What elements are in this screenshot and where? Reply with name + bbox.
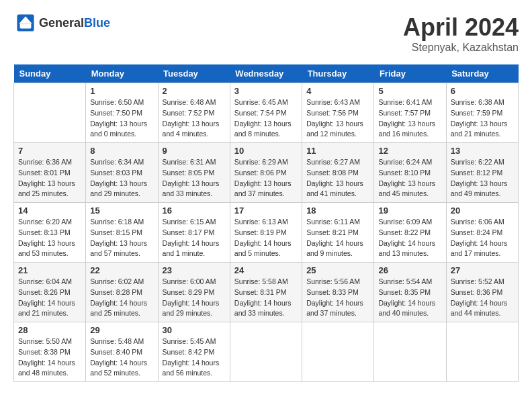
day-info: Sunrise: 5:48 AMSunset: 8:40 PMDaylight:… [90,336,153,379]
day-info: Sunrise: 5:52 AMSunset: 8:36 PMDaylight:… [451,277,514,319]
location-title: Stepnyak, Kazakhstan [403,42,519,54]
week-row-4: 21Sunrise: 6:04 AMSunset: 8:26 PMDayligh… [14,263,519,322]
calendar-table: SundayMondayTuesdayWednesdayThursdayFrid… [13,64,519,382]
day-info: Sunrise: 6:00 AMSunset: 8:29 PMDaylight:… [163,277,226,319]
header-cell-tuesday: Tuesday [158,64,230,83]
day-cell: 9Sunrise: 6:31 AMSunset: 8:05 PMDaylight… [158,143,230,203]
day-number: 15 [90,205,153,216]
day-info: Sunrise: 6:13 AMSunset: 8:19 PMDaylight:… [234,217,298,259]
day-cell: 22Sunrise: 6:02 AMSunset: 8:28 PMDayligh… [86,263,158,322]
day-cell: 26Sunrise: 5:54 AMSunset: 8:35 PMDayligh… [374,263,446,322]
day-cell: 23Sunrise: 6:00 AMSunset: 8:29 PMDayligh… [158,263,230,322]
page-header: GeneralBlue April 2024 Stepnyak, Kazakhs… [13,13,519,54]
day-cell [14,83,86,143]
logo-icon [16,13,35,32]
day-cell: 2Sunrise: 6:48 AMSunset: 7:52 PMDaylight… [158,83,230,143]
header-cell-friday: Friday [374,64,446,83]
week-row-1: 1Sunrise: 6:50 AMSunset: 7:50 PMDaylight… [14,83,519,143]
day-number: 12 [378,146,441,156]
week-row-3: 14Sunrise: 6:20 AMSunset: 8:13 PMDayligh… [14,203,519,263]
day-number: 26 [378,265,441,275]
day-number: 4 [306,86,369,96]
day-info: Sunrise: 6:29 AMSunset: 8:06 PMDaylight:… [234,157,298,199]
day-cell: 30Sunrise: 5:45 AMSunset: 8:42 PMDayligh… [158,322,230,382]
day-number: 1 [90,86,153,96]
day-info: Sunrise: 5:54 AMSunset: 8:35 PMDaylight:… [378,277,441,319]
day-cell: 14Sunrise: 6:20 AMSunset: 8:13 PMDayligh… [14,203,86,263]
day-cell: 27Sunrise: 5:52 AMSunset: 8:36 PMDayligh… [446,263,518,322]
day-cell: 24Sunrise: 5:58 AMSunset: 8:31 PMDayligh… [230,263,302,322]
day-cell: 18Sunrise: 6:11 AMSunset: 8:21 PMDayligh… [302,203,374,263]
day-cell [230,322,302,382]
day-number: 19 [378,205,441,216]
day-cell: 4Sunrise: 6:43 AMSunset: 7:56 PMDaylight… [302,83,374,143]
header-cell-thursday: Thursday [302,64,374,83]
day-number: 29 [90,325,153,335]
logo-blue: Blue [84,16,110,30]
day-number: 17 [234,205,298,216]
month-title: April 2024 [403,13,519,42]
week-row-2: 7Sunrise: 6:36 AMSunset: 8:01 PMDaylight… [14,143,519,203]
day-info: Sunrise: 6:36 AMSunset: 8:01 PMDaylight:… [18,157,81,199]
day-info: Sunrise: 5:56 AMSunset: 8:33 PMDaylight:… [306,277,369,319]
day-info: Sunrise: 6:04 AMSunset: 8:26 PMDaylight:… [18,277,81,319]
day-cell: 6Sunrise: 6:38 AMSunset: 7:59 PMDaylight… [446,83,518,143]
logo-general: General [39,16,84,30]
day-cell [446,322,518,382]
day-number: 23 [163,265,226,275]
day-info: Sunrise: 6:50 AMSunset: 7:50 PMDaylight:… [90,97,153,140]
day-cell [374,322,446,382]
day-info: Sunrise: 6:27 AMSunset: 8:08 PMDaylight:… [306,157,369,199]
day-number: 3 [234,86,298,96]
day-number: 5 [378,86,441,96]
day-number: 13 [451,146,514,156]
day-cell: 8Sunrise: 6:34 AMSunset: 8:03 PMDaylight… [86,143,158,203]
day-number: 21 [18,265,81,275]
day-info: Sunrise: 6:15 AMSunset: 8:17 PMDaylight:… [163,217,226,259]
day-cell: 1Sunrise: 6:50 AMSunset: 7:50 PMDaylight… [86,83,158,143]
day-cell: 17Sunrise: 6:13 AMSunset: 8:19 PMDayligh… [230,203,302,263]
header-cell-monday: Monday [86,64,158,83]
day-cell: 5Sunrise: 6:41 AMSunset: 7:57 PMDaylight… [374,83,446,143]
header-cell-sunday: Sunday [14,64,86,83]
day-number: 16 [163,205,226,216]
svg-rect-2 [20,24,32,28]
day-number: 18 [306,205,369,216]
day-cell: 13Sunrise: 6:22 AMSunset: 8:12 PMDayligh… [446,143,518,203]
day-info: Sunrise: 6:45 AMSunset: 7:54 PMDaylight:… [234,97,298,140]
day-cell: 19Sunrise: 6:09 AMSunset: 8:22 PMDayligh… [374,203,446,263]
day-number: 24 [234,265,298,275]
day-number: 14 [18,205,81,216]
day-info: Sunrise: 6:09 AMSunset: 8:22 PMDaylight:… [378,217,441,259]
day-cell: 20Sunrise: 6:06 AMSunset: 8:24 PMDayligh… [446,203,518,263]
day-number: 9 [163,146,226,156]
day-cell: 3Sunrise: 6:45 AMSunset: 7:54 PMDaylight… [230,83,302,143]
header-cell-saturday: Saturday [446,64,518,83]
day-info: Sunrise: 6:18 AMSunset: 8:15 PMDaylight:… [90,217,153,259]
day-cell: 28Sunrise: 5:50 AMSunset: 8:38 PMDayligh… [14,322,86,382]
day-info: Sunrise: 6:31 AMSunset: 8:05 PMDaylight:… [163,157,226,199]
header-row: SundayMondayTuesdayWednesdayThursdayFrid… [14,64,519,83]
day-info: Sunrise: 6:48 AMSunset: 7:52 PMDaylight:… [163,97,226,140]
day-cell: 21Sunrise: 6:04 AMSunset: 8:26 PMDayligh… [14,263,86,322]
day-info: Sunrise: 6:22 AMSunset: 8:12 PMDaylight:… [451,157,514,199]
day-number: 25 [306,265,369,275]
day-info: Sunrise: 6:34 AMSunset: 8:03 PMDaylight:… [90,157,153,199]
day-cell: 25Sunrise: 5:56 AMSunset: 8:33 PMDayligh… [302,263,374,322]
day-info: Sunrise: 5:50 AMSunset: 8:38 PMDaylight:… [18,336,81,379]
calendar-header: SundayMondayTuesdayWednesdayThursdayFrid… [14,64,519,83]
day-info: Sunrise: 6:20 AMSunset: 8:13 PMDaylight:… [18,217,81,259]
day-number: 11 [306,146,369,156]
day-number: 20 [451,205,514,216]
day-cell: 12Sunrise: 6:24 AMSunset: 8:10 PMDayligh… [374,143,446,203]
day-info: Sunrise: 5:58 AMSunset: 8:31 PMDaylight:… [234,277,298,319]
day-number: 27 [451,265,514,275]
day-cell: 10Sunrise: 6:29 AMSunset: 8:06 PMDayligh… [230,143,302,203]
day-info: Sunrise: 6:41 AMSunset: 7:57 PMDaylight:… [378,97,441,140]
day-number: 2 [163,86,226,96]
day-info: Sunrise: 6:06 AMSunset: 8:24 PMDaylight:… [451,217,514,259]
week-row-5: 28Sunrise: 5:50 AMSunset: 8:38 PMDayligh… [14,322,519,382]
day-number: 22 [90,265,153,275]
day-cell: 29Sunrise: 5:48 AMSunset: 8:40 PMDayligh… [86,322,158,382]
day-info: Sunrise: 6:43 AMSunset: 7:56 PMDaylight:… [306,97,369,140]
